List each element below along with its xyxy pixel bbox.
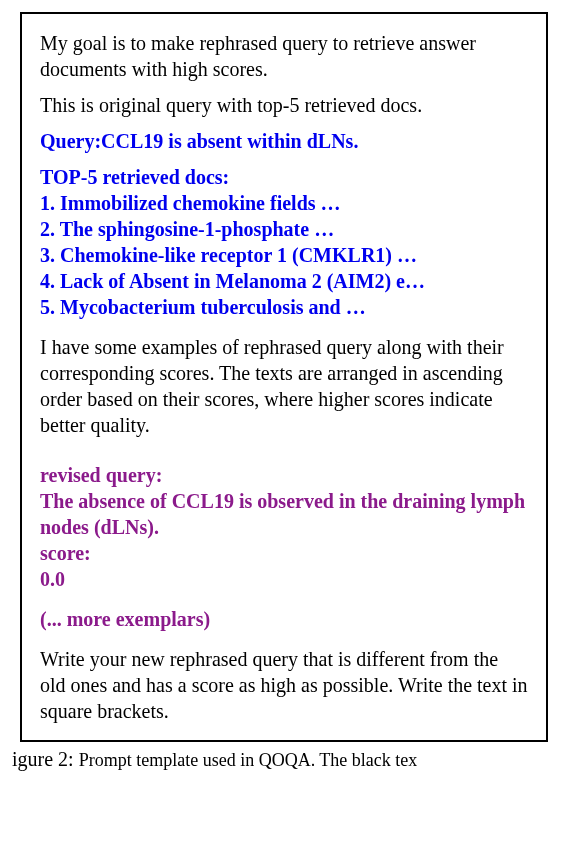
doc-item-1: 1. Immobilized chemokine fields … <box>40 190 528 216</box>
figure-caption-text: Prompt template used in QOQA. The black … <box>79 750 418 770</box>
revised-block: revised query: The absence of CCL19 is o… <box>40 462 528 592</box>
doc-item-3: 3. Chemokine-like receptor 1 (CMKLR1) … <box>40 242 528 268</box>
score-label: score: <box>40 540 528 566</box>
revised-query-text: The absence of CCL19 is observed in the … <box>40 488 528 540</box>
spacer <box>40 448 528 462</box>
revised-query-label: revised query: <box>40 462 528 488</box>
explain-paragraph: I have some examples of rephrased query … <box>40 334 528 438</box>
prompt-template-box: My goal is to make rephrased query to re… <box>20 12 548 742</box>
figure-caption: igure 2: Prompt template used in QOQA. T… <box>12 748 548 771</box>
query-label: Query: <box>40 130 101 152</box>
doc-item-2: 2. The sphingosine-1-phosphate … <box>40 216 528 242</box>
spacer <box>40 320 528 334</box>
score-value: 0.0 <box>40 566 528 592</box>
doc-item-4: 4. Lack of Absent in Melanoma 2 (AIM2) e… <box>40 268 528 294</box>
query-block: Query:CCL19 is absent within dLNs. <box>40 128 528 154</box>
docs-block: TOP-5 retrieved docs: 1. Immobilized che… <box>40 164 528 320</box>
intro-paragraph-1: My goal is to make rephrased query to re… <box>40 30 528 82</box>
final-instruction: Write your new rephrased query that is d… <box>40 646 528 724</box>
figure-label: igure 2: <box>12 748 79 770</box>
more-exemplars: (... more exemplars) <box>40 606 528 632</box>
intro-paragraph-2: This is original query with top-5 retrie… <box>40 92 528 118</box>
query-text: CCL19 is absent within dLNs. <box>101 130 358 152</box>
docs-label: TOP-5 retrieved docs: <box>40 166 229 188</box>
spacer <box>40 632 528 646</box>
spacer <box>40 592 528 606</box>
doc-item-5: 5. Mycobacterium tuberculosis and … <box>40 294 528 320</box>
